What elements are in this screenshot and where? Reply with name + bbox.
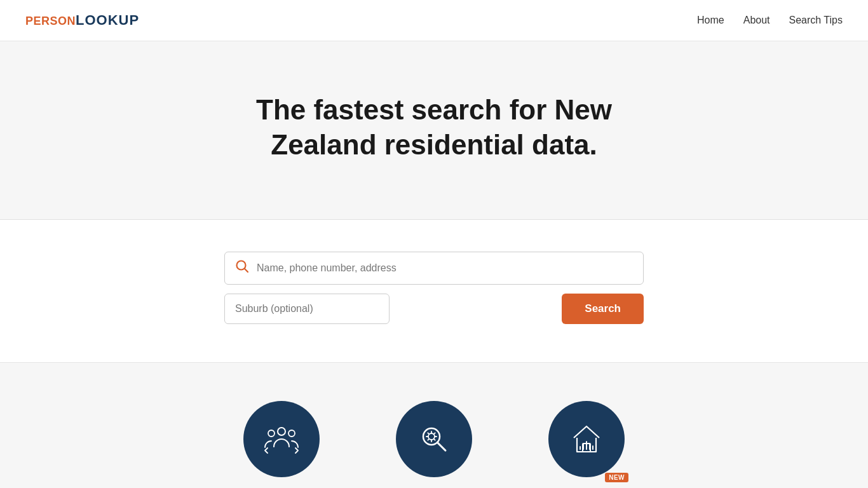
search-gear-icon-circle [396,401,472,477]
nav-search-tips[interactable]: Search Tips [789,15,843,26]
house-icon [567,420,606,458]
search-section: Search [0,220,868,363]
logo-link[interactable]: PERSON LOOKUP [25,12,139,29]
nav-about[interactable]: About [743,15,770,26]
hero-headline: The fastest search for New Zealand resid… [212,92,656,162]
icon-block-house: NEW [548,401,625,477]
people-icon [262,420,301,458]
logo-lookup: LOOKUP [76,12,139,29]
site-header: PERSON LOOKUP Home About Search Tips [0,0,868,41]
search-secondary-row: Search [224,294,644,324]
icon-block-search-gear [396,401,472,477]
svg-line-6 [437,442,445,451]
search-button[interactable]: Search [562,294,644,324]
main-search-box [224,252,644,285]
suburb-input[interactable] [224,294,390,324]
logo-person: PERSON [25,15,76,28]
svg-point-2 [278,428,285,435]
svg-line-1 [245,269,248,272]
svg-point-7 [428,433,435,440]
icon-block-people [243,401,320,477]
main-search-input[interactable] [257,252,633,284]
nav-home[interactable]: Home [697,15,724,26]
svg-point-4 [288,430,295,437]
new-badge: NEW [605,473,628,482]
main-nav: Home About Search Tips [697,15,843,26]
hero-section: The fastest search for New Zealand resid… [0,41,868,220]
icons-section: NEW [0,363,868,488]
people-icon-circle [243,401,320,477]
search-icon [235,259,249,277]
house-icon-circle: NEW [548,401,625,477]
svg-point-3 [268,430,275,437]
search-gear-icon [415,420,453,458]
